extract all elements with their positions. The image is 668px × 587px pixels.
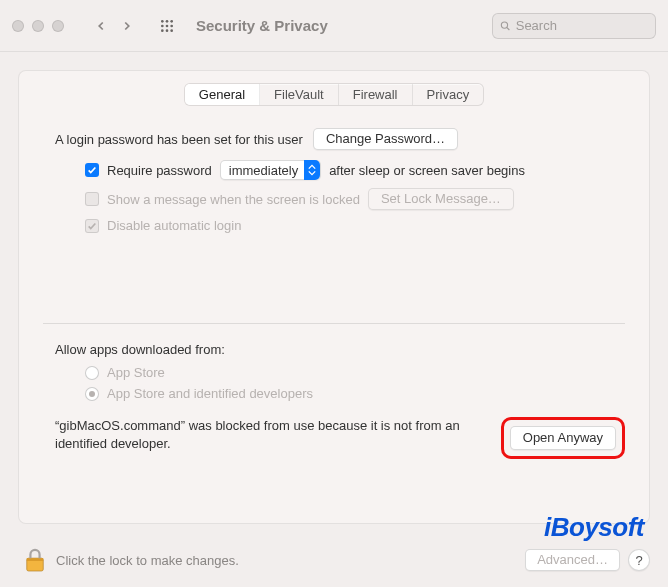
svg-point-0: [161, 20, 164, 23]
help-button[interactable]: ?: [628, 549, 650, 571]
minimize-window-button[interactable]: [32, 20, 44, 32]
show-all-button[interactable]: [154, 13, 180, 39]
login-section: A login password has been set for this u…: [19, 106, 649, 233]
radio-app-store-row: App Store: [85, 365, 649, 380]
svg-point-5: [170, 24, 173, 27]
radio-app-store-identified-row: App Store and identified developers: [85, 386, 649, 401]
svg-point-8: [170, 29, 173, 32]
open-anyway-highlight: Open Anyway: [501, 417, 625, 459]
window-title: Security & Privacy: [196, 17, 328, 34]
check-icon: [87, 165, 97, 175]
svg-line-10: [507, 27, 510, 30]
lock-row[interactable]: Click the lock to make changes.: [24, 547, 239, 573]
check-icon: [87, 221, 97, 231]
open-anyway-button[interactable]: Open Anyway: [510, 426, 616, 450]
zoom-window-button[interactable]: [52, 20, 64, 32]
show-message-row: Show a message when the screen is locked…: [85, 188, 613, 210]
svg-point-1: [166, 20, 169, 23]
disable-auto-login-label: Disable automatic login: [107, 218, 241, 233]
require-password-delay-value: immediately: [229, 163, 304, 178]
password-set-text: A login password has been set for this u…: [55, 132, 303, 147]
traffic-lights: [12, 20, 64, 32]
lock-icon: [24, 547, 46, 573]
close-window-button[interactable]: [12, 20, 24, 32]
radio-app-store: [85, 366, 99, 380]
radio-app-store-identified-label: App Store and identified developers: [107, 386, 313, 401]
disable-auto-login-row: Disable automatic login: [85, 218, 613, 233]
toolbar: Security & Privacy: [0, 0, 668, 52]
tab-bar: General FileVault Firewall Privacy: [184, 83, 484, 106]
tab-general[interactable]: General: [185, 84, 260, 105]
lock-text: Click the lock to make changes.: [56, 553, 239, 568]
popup-arrows-icon: [304, 160, 320, 180]
disable-auto-login-checkbox: [85, 219, 99, 233]
allow-apps-heading: Allow apps downloaded from:: [19, 324, 649, 365]
require-password-label-after: after sleep or screen saver begins: [329, 163, 525, 178]
require-password-label-before: Require password: [107, 163, 212, 178]
blocked-app-message: “gibMacOS.command” was blocked from use …: [55, 417, 465, 452]
svg-point-4: [166, 24, 169, 27]
require-password-checkbox[interactable]: [85, 163, 99, 177]
tab-privacy[interactable]: Privacy: [413, 84, 484, 105]
svg-point-9: [501, 21, 507, 27]
svg-point-6: [161, 29, 164, 32]
radio-app-store-identified: [85, 387, 99, 401]
search-icon: [500, 20, 511, 32]
advanced-button[interactable]: Advanced…: [525, 549, 620, 571]
radio-app-store-label: App Store: [107, 365, 165, 380]
search-input[interactable]: [516, 18, 648, 33]
svg-rect-12: [27, 558, 44, 561]
require-password-row: Require password immediately after sleep…: [85, 160, 613, 180]
search-field[interactable]: [492, 13, 656, 39]
footer: Click the lock to make changes. Advanced…: [0, 533, 668, 587]
set-lock-message-button: Set Lock Message…: [368, 188, 514, 210]
change-password-button[interactable]: Change Password…: [313, 128, 458, 150]
content-panel: General FileVault Firewall Privacy A log…: [18, 70, 650, 524]
forward-button[interactable]: [114, 13, 140, 39]
show-message-label: Show a message when the screen is locked: [107, 192, 360, 207]
svg-point-7: [166, 29, 169, 32]
blocked-app-row: “gibMacOS.command” was blocked from use …: [19, 407, 649, 459]
tab-filevault[interactable]: FileVault: [260, 84, 339, 105]
tab-firewall[interactable]: Firewall: [339, 84, 413, 105]
require-password-delay-popup[interactable]: immediately: [220, 160, 321, 180]
show-message-checkbox: [85, 192, 99, 206]
back-button[interactable]: [88, 13, 114, 39]
svg-point-2: [170, 20, 173, 23]
svg-point-3: [161, 24, 164, 27]
